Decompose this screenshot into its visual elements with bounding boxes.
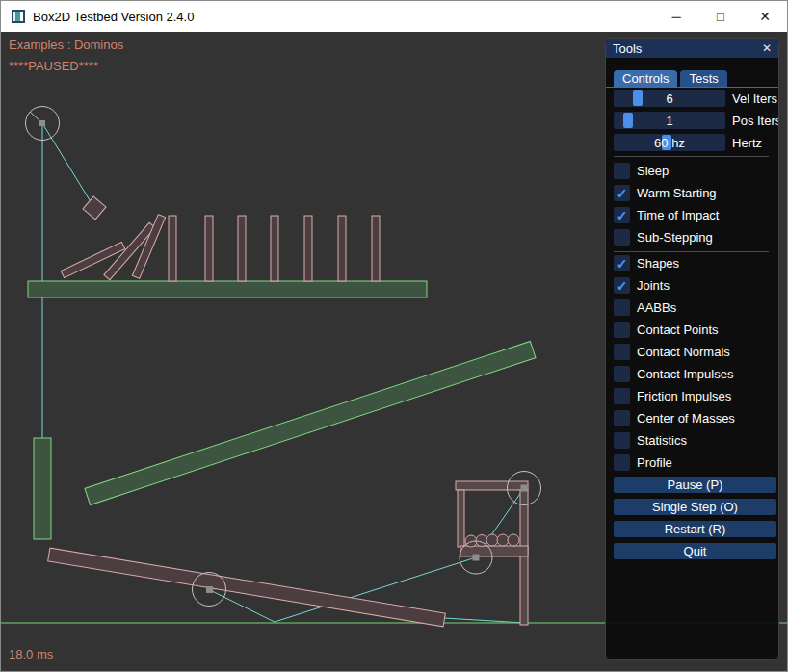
contact-points-checkbox[interactable]: ✓ [614,322,630,338]
vel-iters-value: 6 [614,90,725,107]
vel-iters-label: Vel Iters [732,91,777,106]
sub-stepping-checkbox[interactable]: ✓ [614,229,630,246]
single-step-button[interactable]: Single Step (O) [614,499,776,515]
titlebar[interactable]: Box2D Testbed Version 2.4.0 ─ □ ✕ [1,1,787,32]
frame-left-bar [458,490,464,547]
separator [614,156,769,157]
pos-iters-value: 1 [614,112,725,129]
warm-starting-checkbox[interactable]: ✓ [614,185,630,201]
check-row-contact-impulses: ✓ Contact Impulses [614,366,771,382]
sub-stepping-label: Sub-Stepping [637,230,713,245]
shapes-checkbox[interactable]: ✓ [614,255,630,271]
joint-plank-frame [444,618,525,623]
hertz-label: Hertz [732,136,762,150]
frame-time-label: 18.0 ms [9,647,53,661]
profile-label: Profile [637,455,672,470]
pause-button[interactable]: Pause (P) [614,477,776,493]
minimize-button[interactable]: ─ [654,1,698,32]
ball-3 [486,534,498,546]
domino-standing-4 [271,216,278,281]
time-of-impact-label: Time of Impact [637,208,719,222]
contact-normals-label: Contact Normals [637,345,730,359]
tab-tests[interactable]: Tests [680,70,726,87]
seesaw-plank [48,548,446,627]
close-icon: ✕ [759,9,771,24]
domino-standing-2 [205,216,213,281]
aabbs-label: AABBs [637,300,676,315]
slider-row-hertz: 60 hz Hertz [614,134,771,151]
check-row-time-of-impact: ✓ Time of Impact [614,207,771,223]
close-button[interactable]: ✕ [743,1,787,32]
paused-label: ****PAUSED**** [9,59,98,73]
pendulum-bob-square [83,196,106,220]
hertz-value: 60 hz [614,134,725,151]
tools-panel: Tools ✕ Controls Tests 6 Vel Iters 1 [605,38,779,660]
joints-label: Joints [637,278,670,293]
check-row-sub-stepping: ✓ Sub-Stepping [614,229,771,246]
contact-impulses-label: Contact Impulses [637,367,733,381]
joints-checkbox[interactable]: ✓ [614,277,630,294]
slider-row-pos-iters: 1 Pos Iters [614,112,771,129]
check-row-sleep: ✓ Sleep [614,163,771,179]
friction-impulses-label: Friction Impulses [637,389,731,403]
check-row-center-of-masses: ✓ Center of Masses [614,410,771,426]
profile-checkbox[interactable]: ✓ [614,454,630,471]
separator [614,251,769,252]
slider-row-vel-iters: 6 Vel Iters [614,90,771,107]
button-stack: Pause (P) Single Step (O) Restart (R) Qu… [614,477,771,559]
tab-controls[interactable]: Controls [614,70,677,87]
tools-close-button[interactable]: ✕ [762,41,772,55]
domino-standing-3 [238,216,246,281]
maximize-button[interactable]: □ [698,1,743,32]
restart-button[interactable]: Restart (R) [614,521,776,537]
tools-tabbar: Controls Tests [606,58,778,88]
contact-impulses-checkbox[interactable]: ✓ [614,366,630,382]
check-icon: ✓ [617,257,628,271]
check-row-warm-starting: ✓ Warm Starting [614,185,771,201]
check-row-contact-normals: ✓ Contact Normals [614,344,771,360]
maximize-icon: □ [717,10,724,24]
anchor-seesaw [206,586,213,593]
long-ramp [85,341,536,504]
check-row-aabbs: ✓ AABBs [614,299,771,316]
app-window: Examples : Dominos ****PAUSED**** 18.0 m… [0,0,788,672]
check-row-shapes: ✓ Shapes [614,255,771,271]
minimize-icon: ─ [671,10,680,24]
contact-points-label: Contact Points [637,323,719,337]
contact-normals-checkbox[interactable]: ✓ [614,344,630,360]
check-row-friction-impulses: ✓ Friction Impulses [614,388,771,404]
domino-standing-1 [169,216,176,281]
domino-standing-7 [372,216,380,281]
frame-right-bar [520,490,528,625]
check-row-contact-points: ✓ Contact Points [614,322,771,338]
frame-shelf [460,546,528,556]
check-row-statistics: ✓ Statistics [614,432,771,449]
vel-iters-slider[interactable]: 6 [614,90,725,107]
check-icon: ✓ [617,279,628,293]
check-icon: ✓ [617,209,628,222]
cradle-balls [465,534,519,547]
check-icon: ✓ [617,187,628,200]
joint-anchors [39,120,528,593]
hertz-slider[interactable]: 60 hz [614,134,725,151]
check-row-joints: ✓ Joints [614,277,771,294]
dynamic-bodies [48,196,446,627]
center-of-masses-checkbox[interactable]: ✓ [614,410,630,426]
sleep-label: Sleep [637,164,669,178]
tools-titlebar[interactable]: Tools ✕ [606,39,778,58]
pos-iters-label: Pos Iters [732,114,779,128]
aabbs-checkbox[interactable]: ✓ [614,299,630,316]
frame-top-bar [456,481,528,490]
joint-pendulum-bob [42,123,94,208]
anchor-cradle-low [473,555,480,561]
time-of-impact-checkbox[interactable]: ✓ [614,207,630,223]
ball-5 [508,534,519,546]
statistics-checkbox[interactable]: ✓ [614,432,630,449]
vertical-post [34,438,51,539]
quit-button[interactable]: Quit [614,543,776,559]
center-of-masses-label: Center of Masses [637,411,735,426]
pos-iters-slider[interactable]: 1 [614,112,725,129]
ball-4 [497,534,509,546]
sleep-checkbox[interactable]: ✓ [614,163,630,179]
friction-impulses-checkbox[interactable]: ✓ [614,388,630,404]
